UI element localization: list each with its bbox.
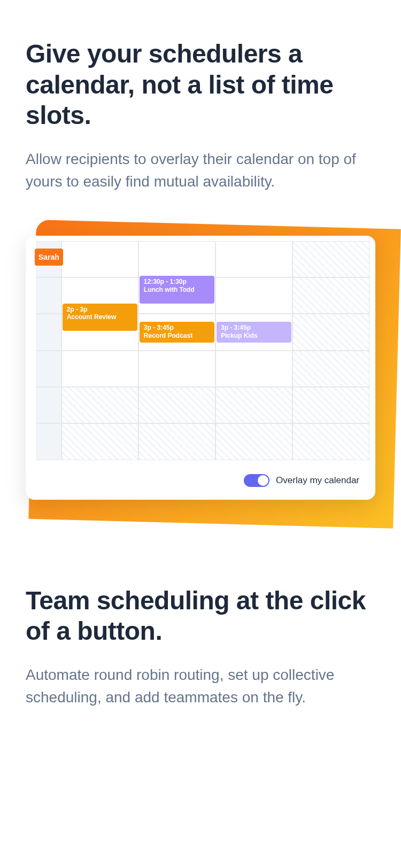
overlay-toggle-switch[interactable]	[244, 474, 269, 487]
event-time: 3p - 3:45p	[221, 324, 287, 331]
grid-cell-unavailable	[292, 423, 369, 460]
grid-cell-unavailable	[61, 423, 138, 460]
grid-cell-unavailable	[292, 351, 369, 387]
hero-heading: Give your schedulers a calendar, not a l…	[26, 38, 375, 131]
calendar-event[interactable]: 12:30p - 1:30p Lunch with Todd	[140, 276, 214, 303]
event-title: Lunch with Todd	[144, 286, 210, 294]
grid-cell	[138, 241, 215, 277]
grid-cell-unavailable	[138, 387, 215, 423]
grid-cell-unavailable	[215, 387, 292, 423]
event-time: 2p - 3p	[67, 306, 133, 313]
event-title: Account Review	[67, 313, 133, 322]
grid-cell	[138, 351, 215, 387]
toggle-knob	[258, 475, 268, 486]
grid-cell	[215, 241, 292, 277]
grid-cell-unavailable	[292, 277, 369, 314]
grid-cell-unavailable	[292, 241, 369, 277]
grid-cell	[36, 387, 61, 423]
user-name-tag: Sarah	[35, 249, 63, 266]
grid-cell-unavailable	[215, 423, 292, 460]
calendar-grid: Sarah 12:30p - 1:30p Lunch with Todd 2p …	[26, 236, 375, 466]
grid-cell	[36, 423, 61, 460]
event-time: 12:30p - 1:30p	[144, 278, 210, 285]
event-time: 3p - 3:45p	[144, 324, 210, 331]
calendar-event[interactable]: 3p - 3:45p Pickup Kids	[217, 322, 291, 343]
grid-cell-unavailable	[292, 387, 369, 423]
event-title: Record Podcast	[144, 332, 210, 340]
grid-cell	[215, 351, 292, 387]
calendar-event[interactable]: 2p - 3p Account Review	[63, 304, 137, 331]
grid-cell	[61, 351, 138, 387]
hero-description: Allow recipients to overlay their calend…	[26, 148, 375, 193]
calendar-card: Sarah 12:30p - 1:30p Lunch with Todd 2p …	[26, 236, 375, 500]
section-description: Automate round robin routing, set up col…	[26, 664, 375, 709]
grid-cell	[36, 314, 61, 350]
overlay-toggle-row: Overlay my calendar	[26, 466, 375, 500]
grid-cell-unavailable	[61, 387, 138, 423]
grid-cell	[36, 351, 61, 387]
grid-cell	[36, 277, 61, 314]
grid-cell	[61, 241, 138, 277]
event-title: Pickup Kids	[221, 332, 287, 340]
overlay-toggle-label: Overlay my calendar	[276, 475, 359, 486]
section-heading: Team scheduling at the click of a button…	[26, 585, 375, 647]
grid-cell	[215, 277, 292, 314]
calendar-illustration: Sarah 12:30p - 1:30p Lunch with Todd 2p …	[26, 236, 375, 500]
grid-cell-unavailable	[292, 314, 369, 350]
calendar-event[interactable]: 3p - 3:45p Record Podcast	[140, 322, 214, 343]
grid-cell-unavailable	[138, 423, 215, 460]
